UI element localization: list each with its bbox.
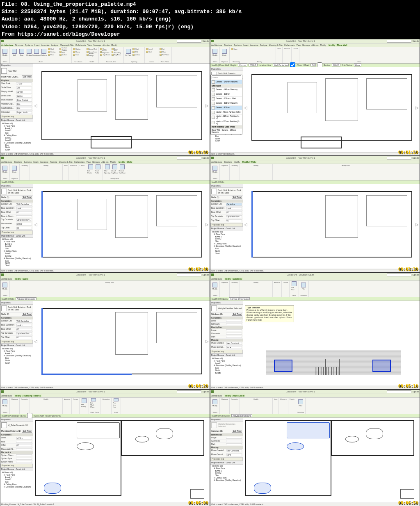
floor-button[interactable]: Floor <box>48 53 59 56</box>
show-button[interactable]: Show <box>160 50 170 53</box>
drawing-canvas[interactable]: ◁▷ <box>33 184 210 269</box>
quick-access-toolbar[interactable]: Condo Unit - Floor Plan: Level 1 Sign In <box>0 39 210 43</box>
tab-structure[interactable]: Structure <box>15 44 23 46</box>
tab-modify-windows[interactable]: Modify | Windows <box>224 278 243 280</box>
modify-button[interactable]: Modify <box>212 48 218 57</box>
grid-button[interactable]: Grid <box>146 50 157 53</box>
prop-view-scale[interactable]: 1 : 100 <box>16 82 32 85</box>
reset-profile-button[interactable]: Reset Profile <box>95 164 101 174</box>
properties-palette[interactable]: Properties Floor Plan Floor Plan: Level … <box>0 64 33 119</box>
drawing-canvas[interactable]: Type SelectorProvides a list of family t… <box>243 301 420 385</box>
type-item[interactable]: Generic - 140mm Masonry <box>211 88 242 92</box>
category-filter[interactable]: Windows (2) <box>211 313 232 316</box>
curtain-grid-button[interactable]: Curtain Grid <box>59 50 70 53</box>
type-selector-dropdown[interactable]: Generic - 140mm Masonry Basic Wall Gener… <box>210 75 242 134</box>
room-sep-button[interactable]: Room Separator <box>100 50 111 53</box>
prop-location-line-open[interactable]: Centerline <box>226 203 242 206</box>
tab-manage[interactable]: Manage <box>94 44 101 46</box>
edit-type-button[interactable]: Edit Type <box>22 196 32 199</box>
elevation-marker-west-icon[interactable]: ◁ <box>244 105 247 110</box>
ref-plane-button[interactable]: Ref Plane <box>160 53 170 56</box>
tab-insert[interactable]: Insert <box>34 44 40 46</box>
edit-profile-button[interactable]: Edit Profile <box>87 164 94 174</box>
properties-help[interactable]: Properties help <box>0 115 33 119</box>
level-button[interactable]: Level <box>146 48 157 50</box>
opt-location-line[interactable]: Wall Centerline <box>273 64 289 66</box>
set-button[interactable]: Set <box>160 48 170 50</box>
help-search-input[interactable] <box>177 40 201 43</box>
drawing-canvas[interactable] <box>33 418 210 502</box>
elevation-marker-east-icon[interactable]: ▷ <box>205 103 209 108</box>
signin-link[interactable]: Sign In <box>202 40 209 42</box>
roof-button[interactable]: Roof <box>48 48 59 50</box>
category-filter[interactable]: Walls (1) <box>1 196 22 199</box>
elevation-marker-west-icon[interactable]: ◁ <box>34 103 37 108</box>
sink[interactable] <box>135 436 149 442</box>
selected-wall[interactable] <box>41 191 43 258</box>
activate-dimensions-button[interactable]: Activate Dimensions <box>16 297 37 300</box>
ribbon-tabs[interactable]: Architecture Structure Systems Insert An… <box>0 43 210 47</box>
by-face-button[interactable]: By Face <box>125 48 132 57</box>
wall-opening-button[interactable]: Wall <box>132 50 143 53</box>
type-item[interactable]: Generic - 200mm <box>211 92 242 97</box>
detach-button[interactable]: Detach Top/Base <box>119 164 126 174</box>
opt-height-value[interactable]: 8000.0 <box>249 64 257 66</box>
drawing-canvas[interactable] <box>243 418 420 502</box>
type-item[interactable]: Generic - 300mm <box>211 106 242 110</box>
type-selector[interactable]: Multiple Families Selected <box>210 305 243 312</box>
sink[interactable] <box>77 442 94 451</box>
prop-base-constraint[interactable]: Level 1 <box>16 207 32 210</box>
prop-level[interactable]: Level 1 <box>16 437 32 440</box>
type-item[interactable]: Generic - 200mm - Filled <box>211 97 242 101</box>
type-item[interactable]: Interior - 79mm Partition (1-hr) <box>211 110 242 115</box>
area-boundary-button[interactable]: Area Boundary <box>112 50 122 53</box>
selected-window[interactable] <box>274 360 292 372</box>
filter-button[interactable]: Filter <box>300 281 307 291</box>
opt-join-status[interactable]: Allow <box>354 64 361 66</box>
shaft-button[interactable]: Shaft <box>132 48 143 50</box>
tab-annotate[interactable]: Annotate <box>41 44 49 46</box>
pick-new-host-button[interactable]: Pick New <box>291 281 297 291</box>
drawing-canvas[interactable]: ◁ ▷ <box>243 67 420 152</box>
prop-vg-overrides[interactable]: Edit... <box>16 103 32 106</box>
options-bar[interactable]: Modify | Place Wall Height:Unconn8000.0 … <box>210 64 420 67</box>
selected-toilet[interactable] <box>44 483 61 494</box>
stair-button[interactable]: Stair <box>73 53 84 56</box>
water-heater[interactable] <box>190 489 204 499</box>
tab-systems[interactable]: Systems <box>25 44 33 46</box>
category-filter[interactable]: Walls (2) <box>1 313 22 316</box>
type-selector[interactable]: Floor Plan <box>0 67 33 75</box>
category-filter[interactable]: Floor Plan: Level 1 <box>1 75 22 78</box>
paste-button[interactable]: Paste <box>221 48 228 57</box>
tab-addins[interactable]: Add-Ins <box>103 44 110 46</box>
tag-area-button[interactable]: Tag Area <box>112 53 122 56</box>
pb-south[interactable]: South <box>1 149 32 151</box>
railing[interactable] <box>315 367 340 375</box>
elevation-marker-east-icon[interactable]: ▷ <box>415 105 419 110</box>
vertical-button[interactable]: Vertical <box>132 53 143 56</box>
opt-radius-value[interactable]: 1000.0 <box>332 64 340 66</box>
wall-button[interactable]: Wall <box>11 48 18 57</box>
prop-location-line[interactable]: Wall Centerline <box>16 203 32 206</box>
pick-new-host-button[interactable]: Pick New Host <box>113 398 119 408</box>
opt-height-constraint[interactable]: Unconn <box>238 64 247 66</box>
category-filter[interactable]: Plumbing Fixtures (1) <box>1 430 22 433</box>
type-item[interactable]: Generic - 140mm Masonry <box>211 80 242 84</box>
model-text-button[interactable]: Model Text <box>87 48 97 50</box>
category-filter[interactable]: Common (3) <box>211 430 232 433</box>
type-item[interactable]: Interior - 123mm Partition (1-hr) <box>211 115 242 120</box>
tab-modify-plumbing[interactable]: Modify | Plumbing Fixtures <box>14 394 42 397</box>
tab-massing[interactable]: Massing & Site <box>60 44 73 46</box>
railing-button[interactable]: Railing <box>73 48 84 50</box>
paste-button[interactable]: Paste <box>11 164 18 174</box>
edit-family-button[interactable]: Edit Family <box>81 398 87 408</box>
drawing-canvas[interactable]: ◁ ▷ <box>33 64 210 152</box>
prop-offset[interactable]: 0.0 <box>16 444 32 447</box>
tab-architecture[interactable]: Architecture <box>1 44 13 46</box>
prop-graphic-display[interactable]: Edit... <box>16 107 32 110</box>
prop-base-offset[interactable]: 0.0 <box>16 211 32 214</box>
prop-display-model[interactable]: Normal <box>16 91 32 93</box>
tag-room-button[interactable]: Tag Room <box>100 53 111 56</box>
model-group-button[interactable]: Model Group <box>87 53 97 56</box>
prop-detail-level[interactable]: Coarse <box>16 95 32 98</box>
